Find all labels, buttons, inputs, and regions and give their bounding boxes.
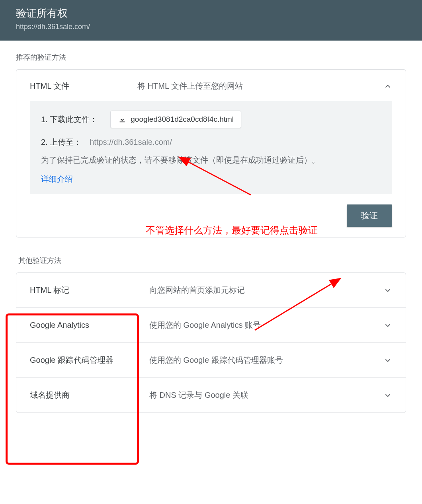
- chevron-down-icon: [383, 321, 392, 330]
- download-file-button[interactable]: googled3081d2ca0cd8f4c.html: [110, 111, 241, 128]
- other-method-name: Google Analytics: [30, 321, 149, 330]
- other-section-label: 其他验证方法: [18, 256, 406, 265]
- chevron-down-icon: [383, 391, 392, 400]
- download-icon: [118, 115, 127, 124]
- other-method-desc: 使用您的 Google 跟踪代码管理器账号: [149, 355, 379, 366]
- chevron-down-icon: [383, 286, 392, 295]
- step-2-label: 2. 上传至：: [41, 137, 82, 148]
- chevron-up-icon[interactable]: [383, 82, 392, 91]
- verify-button[interactable]: 验证: [347, 204, 392, 227]
- step-1-label: 1. 下载此文件：: [41, 114, 98, 125]
- recommended-section-label: 推荐的验证方法: [16, 53, 406, 62]
- other-method-analytics[interactable]: Google Analytics 使用您的 Google Analytics 账…: [16, 308, 406, 343]
- detail-link[interactable]: 详细介绍: [41, 175, 73, 183]
- other-method-gtm[interactable]: Google 跟踪代码管理器 使用您的 Google 跟踪代码管理器账号: [16, 343, 406, 378]
- download-file-name: googled3081d2ca0cd8f4c.html: [131, 115, 234, 124]
- dialog-header: 验证所有权 https://dh.361sale.com/: [0, 0, 422, 41]
- verification-note: 为了保持已完成验证的状态，请不要移除该文件（即使是在成功通过验证后）。: [41, 153, 381, 167]
- method-instructions-box: 1. 下载此文件： googled3081d2ca0cd8f4c.html 2.…: [30, 101, 392, 194]
- other-methods-card: HTML 标记 向您网站的首页添加元标记 Google Analytics 使用…: [16, 272, 406, 413]
- method-name: HTML 文件: [30, 81, 137, 91]
- other-method-dns[interactable]: 域名提供商 将 DNS 记录与 Google 关联: [16, 378, 406, 413]
- other-method-html-tag[interactable]: HTML 标记 向您网站的首页添加元标记: [16, 273, 406, 308]
- other-method-desc: 将 DNS 记录与 Google 关联: [149, 390, 379, 401]
- step-2-row: 2. 上传至： https://dh.361sale.com/: [41, 137, 381, 148]
- chevron-down-icon: [383, 356, 392, 365]
- upload-target-url: https://dh.361sale.com/: [90, 138, 172, 147]
- step-1-row: 1. 下载此文件： googled3081d2ca0cd8f4c.html: [41, 111, 381, 128]
- other-method-desc: 向您网站的首页添加元标记: [149, 285, 379, 296]
- other-method-name: HTML 标记: [30, 285, 149, 296]
- recommended-method-card: HTML 文件 将 HTML 文件上传至您的网站 1. 下载此文件： googl…: [16, 69, 406, 237]
- other-method-desc: 使用您的 Google Analytics 账号: [149, 320, 379, 331]
- other-method-name: Google 跟踪代码管理器: [30, 355, 149, 366]
- method-desc: 将 HTML 文件上传至您的网站: [137, 81, 379, 91]
- other-method-name: 域名提供商: [30, 390, 149, 401]
- method-header-row[interactable]: HTML 文件 将 HTML 文件上传至您的网站: [30, 81, 392, 91]
- dialog-site-url: https://dh.361sale.com/: [16, 23, 406, 31]
- dialog-title: 验证所有权: [16, 6, 406, 20]
